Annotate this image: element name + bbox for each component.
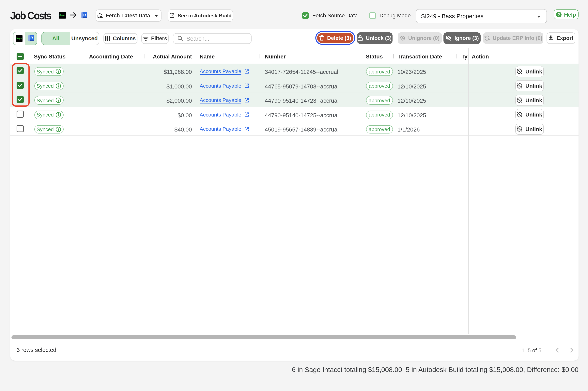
svg-text:?: ? xyxy=(558,12,560,17)
svg-text:B: B xyxy=(83,12,86,17)
svg-text:B: B xyxy=(30,36,33,40)
